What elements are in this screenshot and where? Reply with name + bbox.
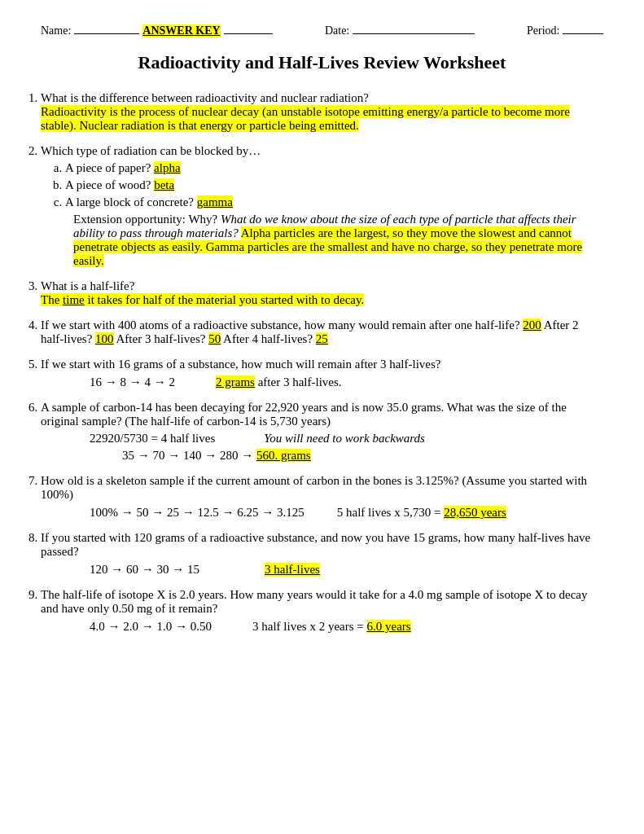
q6-line1: 22920/5730 = 4 half lives You will need …	[90, 432, 603, 446]
q7-text: How old is a skeleton sample if the curr…	[41, 474, 587, 501]
q6-answer: 560. grams	[256, 449, 311, 462]
q6-calc1: 22920/5730 = 4 half lives	[90, 432, 215, 446]
q9-line: 4.0 → 2.0 → 1.0 → 0.50 3 half lives x 2 …	[90, 619, 603, 634]
name-underline-right	[224, 33, 273, 34]
q3-text: What is a half-life?	[41, 279, 134, 292]
name-section: Name: ANSWER KEY	[41, 24, 273, 37]
q4-a1: 200	[523, 318, 541, 331]
question-2: Which type of radiation can be blocked b…	[41, 144, 603, 268]
date-underline	[353, 33, 475, 34]
q5-sequence: 16 → 8 → 4 → 2	[90, 375, 175, 389]
q6-text: A sample of carbon-14 has been decaying …	[41, 401, 567, 428]
q6-sequence: 35 → 70 → 140 → 280 → 560. grams	[122, 449, 311, 462]
q8-line: 120 → 60 → 30 → 15 3 half-lives	[90, 562, 603, 577]
q4-a2: 100	[95, 332, 114, 345]
question-7: How old is a skeleton sample if the curr…	[41, 474, 603, 520]
q2-text: Which type of radiation can be blocked b…	[41, 144, 261, 157]
q9-sequence: 4.0 → 2.0 → 1.0 → 0.50	[90, 619, 212, 634]
question-4: If we start with 400 atoms of a radioact…	[41, 318, 603, 346]
question-9: The half-life of isotope X is 2.0 years.…	[41, 588, 603, 634]
q6-note: You will need to work backwards	[264, 432, 425, 446]
q2-b: A piece of wood? beta	[65, 178, 603, 192]
period-label: Period:	[527, 24, 559, 37]
q7-answer: 28,650 years	[444, 506, 506, 519]
q7-calc: 5 half lives x 5,730 = 28,650 years	[337, 506, 506, 520]
q6-line2: 35 → 70 → 140 → 280 → 560. grams	[122, 448, 603, 463]
q2-extension: Extension opportunity: Why? What do we k…	[73, 213, 603, 268]
q3-answer: The time it takes for half of the materi…	[41, 293, 364, 306]
q2-c: A large block of concrete? gamma	[65, 195, 603, 209]
q2-ext-label: Extension opportunity: Why?	[73, 213, 221, 226]
q5-answer-line: 2 grams after 3 half-lives.	[216, 375, 342, 389]
q5-text: If we start with 16 grams of a substance…	[41, 358, 441, 371]
q9-calc: 3 half lives x 2 years = 6.0 years	[252, 620, 411, 634]
q2-c-answer: gamma	[197, 195, 233, 208]
page-title: Radioactivity and Half-Lives Review Work…	[41, 52, 603, 73]
q2-a: A piece of paper? alpha	[65, 161, 603, 175]
q9-answer: 6.0 years	[367, 620, 411, 633]
q1-answer: Radioactivity is the process of nuclear …	[41, 105, 570, 132]
q2-b-answer: beta	[154, 178, 174, 191]
name-underline-left	[74, 33, 139, 34]
q4-a3: 50	[208, 332, 221, 345]
question-6: A sample of carbon-14 has been decaying …	[41, 401, 603, 463]
q8-sequence: 120 → 60 → 30 → 15	[90, 562, 199, 577]
header: Name: ANSWER KEY Date: Period:	[41, 24, 603, 37]
question-8: If you started with 120 grams of a radio…	[41, 531, 603, 577]
q8-text: If you started with 120 grams of a radio…	[41, 531, 590, 558]
q8-answer: 3 half-lives	[265, 563, 320, 577]
date-label: Date:	[325, 24, 349, 37]
question-3: What is a half-life? The time it takes f…	[41, 279, 603, 307]
name-label: Name:	[41, 24, 71, 37]
period-section: Period:	[527, 24, 603, 37]
q5-answer: 2 grams	[216, 375, 255, 388]
period-underline	[563, 33, 603, 34]
question-1: What is the difference between radioacti…	[41, 91, 603, 133]
questions-list: What is the difference between radioacti…	[41, 91, 603, 634]
date-section: Date:	[325, 24, 475, 37]
answer-key: ANSWER KEY	[142, 24, 220, 37]
q3-keyword: time	[63, 293, 85, 306]
q4-a4: 25	[316, 332, 328, 345]
q1-text: What is the difference between radioacti…	[41, 91, 369, 104]
q2-sublist: A piece of paper? alpha A piece of wood?…	[41, 161, 603, 209]
question-5: If we start with 16 grams of a substance…	[41, 358, 603, 389]
q4-text: If we start with 400 atoms of a radioact…	[41, 318, 579, 345]
q9-text: The half-life of isotope X is 2.0 years.…	[41, 588, 588, 615]
q7-line: 100% → 50 → 25 → 12.5 → 6.25 → 3.125 5 h…	[90, 505, 603, 520]
q2-a-answer: alpha	[154, 161, 180, 174]
q7-sequence: 100% → 50 → 25 → 12.5 → 6.25 → 3.125	[90, 505, 304, 520]
